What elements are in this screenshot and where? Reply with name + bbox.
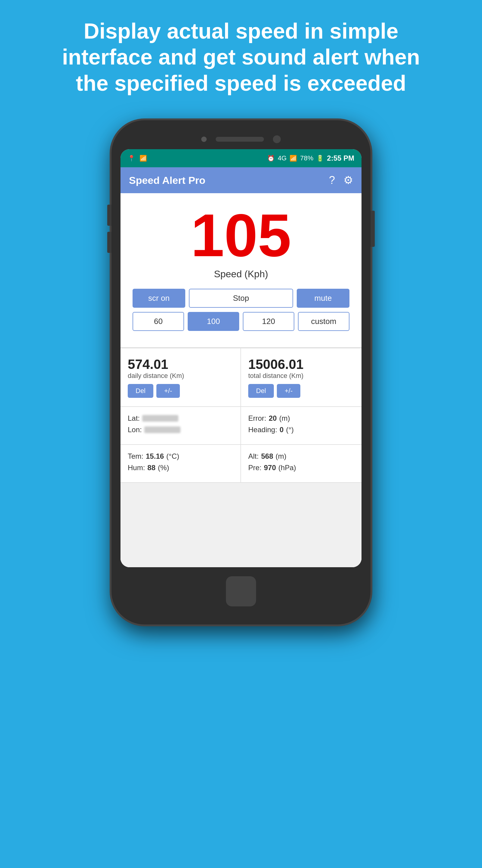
phone-bottom [121,576,361,607]
power-button [371,211,375,247]
speed-value: 105 [191,205,291,266]
error-line: Error: 20 (m) [248,414,354,423]
lat-label: Lat: [128,414,140,423]
help-button[interactable]: ? [329,174,335,187]
preset-60-button[interactable]: 60 [133,312,184,331]
phone-top-bar [121,135,361,143]
controls-row-1: scr on Stop mute [127,289,355,308]
wifi-icon: 📶 [139,155,147,162]
alarm-icon: ⏰ [267,155,275,162]
hum-value: 88 [147,464,155,472]
error-label: Error: [248,414,266,423]
daily-distance-buttons: Del +/- [128,384,233,398]
header-icon-group: ? ⚙ [329,174,353,187]
lon-value [144,427,181,433]
alt-unit: (m) [276,452,287,461]
daily-distance-value: 574.01 [128,357,233,372]
location-icon: 📍 [128,155,135,162]
alt-label: Alt: [248,452,259,461]
battery-icon: 🔋 [316,155,324,162]
total-distance-label: total distance (Km) [248,372,354,380]
scr-on-button[interactable]: scr on [133,289,185,308]
battery-percent: 78% [300,154,313,162]
hum-unit: (%) [158,464,169,472]
daily-plusminus-button[interactable]: +/- [156,384,180,398]
environment-right-cell: Alt: 568 (m) Pre: 970 (hPa) [241,445,361,483]
daily-distance-cell: 574.01 daily distance (Km) Del +/- [121,348,241,407]
total-distance-value: 15006.01 [248,357,354,372]
tem-unit: (°C) [166,452,179,461]
mute-button[interactable]: mute [297,289,349,308]
lon-line: Lon: [128,426,233,434]
volume-down-button [107,232,111,253]
app-title: Speed Alert Pro [129,175,205,186]
tem-value: 15.16 [146,452,164,461]
heading-unit: (°) [286,426,294,434]
environment-left-cell: Tem: 15.16 (°C) Hum: 88 (%) [121,445,241,483]
pre-unit: (hPa) [278,464,296,472]
volume-up-button [107,205,111,226]
error-value: 20 [269,414,277,423]
info-grid: 574.01 daily distance (Km) Del +/- 15006… [121,348,361,483]
status-bar: 📍 📶 ⏰ 4G 📶 78% 🔋 2:55 PM [121,149,361,167]
app-empty-area [121,483,361,567]
hum-label: Hum: [128,464,145,472]
hum-line: Hum: 88 (%) [128,464,233,472]
app-content: 105 Speed (Kph) scr on Stop mute 60 100 … [121,193,361,567]
alt-line: Alt: 568 (m) [248,452,354,461]
gps-cell: Error: 20 (m) Heading: 0 (°) [241,407,361,445]
pre-label: Pre: [248,464,261,472]
speed-label: Speed (Kph) [214,269,268,280]
alt-value: 568 [261,452,273,461]
status-left-icons: 📍 📶 [128,155,147,162]
speaker-slot [216,137,264,142]
daily-del-button[interactable]: Del [128,384,153,398]
clock: 2:55 PM [327,154,354,162]
signal-icon: 📶 [289,155,297,162]
heading-line: Heading: 0 (°) [248,426,354,434]
lat-line: Lat: [128,414,233,423]
total-plusminus-button[interactable]: +/- [277,384,300,398]
total-distance-cell: 15006.01 total distance (Km) Del +/- [241,348,361,407]
network-indicator: 4G [278,154,287,162]
status-right-info: ⏰ 4G 📶 78% 🔋 2:55 PM [267,154,354,162]
tem-label: Tem: [128,452,143,461]
preset-120-button[interactable]: 120 [243,312,294,331]
home-button[interactable] [226,576,256,607]
app-headline: Display actual speed in simple interface… [60,18,422,96]
lon-label: Lon: [128,426,142,434]
heading-label: Heading: [248,426,277,434]
phone-shell: 📍 📶 ⏰ 4G 📶 78% 🔋 2:55 PM Speed Alert Pro… [111,120,371,624]
pre-line: Pre: 970 (hPa) [248,464,354,472]
stop-button[interactable]: Stop [189,289,293,308]
pre-value: 970 [264,464,276,472]
preset-custom-button[interactable]: custom [298,312,349,331]
front-camera-dot [201,136,207,142]
front-camera [273,135,281,143]
preset-100-button[interactable]: 100 [188,312,239,331]
speed-section: 105 Speed (Kph) scr on Stop mute 60 100 … [121,193,361,348]
phone-screen: 📍 📶 ⏰ 4G 📶 78% 🔋 2:55 PM Speed Alert Pro… [121,149,361,567]
total-del-button[interactable]: Del [248,384,274,398]
lat-value [142,415,178,422]
preset-row: 60 100 120 custom [127,312,355,338]
daily-distance-label: daily distance (Km) [128,372,233,380]
app-header: Speed Alert Pro ? ⚙ [121,167,361,193]
tem-line: Tem: 15.16 (°C) [128,452,233,461]
heading-value: 0 [280,426,284,434]
error-unit: (m) [279,414,290,423]
settings-button[interactable]: ⚙ [344,174,353,187]
total-distance-buttons: Del +/- [248,384,354,398]
location-cell: Lat: Lon: [121,407,241,445]
